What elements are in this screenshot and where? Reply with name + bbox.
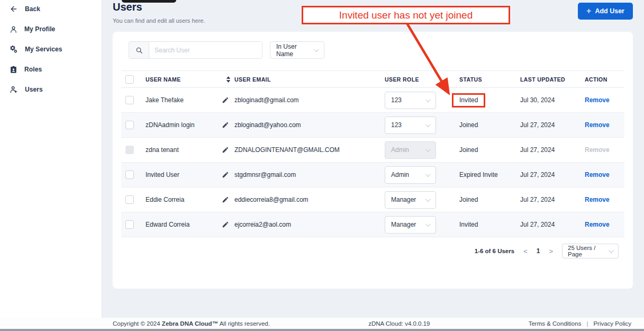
page-number[interactable]: 1 [537, 247, 540, 255]
row-checkbox[interactable] [125, 220, 134, 229]
person-icon [10, 25, 17, 33]
annotation-callout: Invited user has not yet joined [302, 6, 510, 24]
status-text: Joined [459, 196, 478, 203]
remove-button[interactable]: Remove [585, 146, 610, 154]
gears-icon [10, 45, 18, 53]
sidebar-item-label: Users [25, 86, 43, 93]
sidebar-item-roles[interactable]: Roles [0, 63, 102, 76]
user-email: zbloginadt@yahoo.com [234, 121, 385, 129]
privacy-link[interactable]: Privacy Policy [593, 320, 631, 327]
table-row: Edward Correia ejcorreia2@aol.com Manage… [121, 212, 624, 237]
add-user-button[interactable]: + Add User [578, 3, 633, 20]
row-checkbox[interactable] [125, 171, 134, 179]
edit-pencil-icon[interactable] [222, 121, 234, 129]
column-header-last-updated: LAST UPDATED [520, 76, 585, 83]
sidebar-item-users[interactable]: Users [0, 83, 102, 96]
page-title: Users [113, 1, 142, 13]
chevron-down-icon [425, 122, 431, 127]
row-checkbox[interactable] [125, 121, 134, 129]
search-box [129, 41, 262, 59]
column-header-action: ACTION [585, 76, 624, 83]
sidebar-item-my-services[interactable]: My Services [0, 43, 102, 56]
sort-icon[interactable] [222, 76, 234, 83]
next-page-icon[interactable]: > [549, 247, 553, 255]
last-updated: Jul 27, 2024 [520, 221, 585, 228]
edit-pencil-icon[interactable] [222, 171, 234, 178]
badge-icon [10, 66, 17, 74]
role-select[interactable]: Manager [385, 216, 436, 234]
table-row: zdna tenant ZDNALOGINTENANT@GMAIL.COM Ad… [121, 138, 624, 163]
edit-pencil-icon[interactable] [222, 146, 234, 154]
search-input[interactable] [149, 42, 262, 58]
edit-pencil-icon[interactable] [222, 196, 234, 203]
role-select[interactable]: 123 [385, 117, 436, 134]
user-email: ejcorreia2@aol.com [234, 221, 385, 228]
footer-separator: | [586, 320, 588, 327]
role-value: Admin [391, 171, 409, 178]
sidebar-item-back[interactable]: Back [0, 3, 102, 15]
sidebar-item-my-profile[interactable]: My Profile [0, 23, 102, 35]
role-select[interactable]: Admin [385, 166, 436, 184]
user-name: zDNAadmin login [146, 121, 222, 129]
role-select[interactable]: Admin [385, 141, 436, 159]
column-header-user-role: USER ROLE [385, 76, 459, 83]
row-checkbox[interactable] [125, 96, 134, 104]
user-name: Jake Thefake [146, 96, 222, 104]
table-body: Jake Thefake zbloginadt@gmail.com 123 In… [121, 88, 624, 237]
table-row: zDNAadmin login zbloginadt@yahoo.com 123… [121, 113, 624, 138]
last-updated: Jul 27, 2024 [520, 121, 585, 129]
remove-button[interactable]: Remove [585, 221, 610, 228]
back-arrow-icon [10, 5, 18, 13]
sidebar-item-label: My Services [25, 46, 62, 53]
annotation-text: Invited user has not yet joined [339, 10, 473, 21]
terms-link[interactable]: Terms & Conditions [529, 320, 582, 327]
remove-button[interactable]: Remove [585, 121, 610, 129]
version-label: zDNA Cloud: v4.0.0.19 [270, 320, 529, 327]
remove-button[interactable]: Remove [585, 196, 610, 203]
sidebar: Back My Profile My Services Roles [0, 0, 102, 318]
table-row: Jake Thefake zbloginadt@gmail.com 123 In… [121, 88, 624, 113]
select-all-checkbox[interactable] [125, 75, 134, 84]
user-name: Eddie Correia [146, 196, 222, 203]
search-filter-value: In User Name [276, 43, 315, 58]
status-text: Joined [459, 146, 478, 154]
status-text: Invited [459, 221, 478, 228]
search-icon-button[interactable] [129, 42, 149, 58]
row-checkbox[interactable] [125, 195, 134, 204]
remove-button[interactable]: Remove [585, 96, 610, 104]
status-text: Expired Invite [459, 171, 498, 178]
table-header-row: USER NAME USER EMAIL USER ROLE STATUS LA… [121, 70, 624, 88]
user-email: zbloginadt@gmail.com [234, 96, 385, 104]
copyright: Copyright © 2024 Zebra DNA Cloud™ All ri… [113, 320, 270, 327]
window-bottom-edge [0, 329, 644, 331]
role-select[interactable]: 123 [385, 92, 436, 109]
remove-button[interactable]: Remove [585, 171, 610, 178]
row-checkbox[interactable] [125, 146, 134, 154]
last-updated: Jul 27, 2024 [520, 171, 585, 178]
table-row: Eddie Correia eddiecorreia8@gmail.com Ma… [121, 187, 624, 212]
page-size-select[interactable]: 25 Users / Page [562, 244, 619, 258]
last-updated: Jul 27, 2024 [520, 146, 585, 154]
user-email: eddiecorreia8@gmail.com [234, 196, 385, 203]
edit-pencil-icon[interactable] [222, 221, 234, 228]
search-icon [135, 47, 143, 54]
plus-icon: + [586, 7, 591, 15]
column-header-user-name: USER NAME [146, 76, 222, 83]
brand-name: Zebra DNA Cloud™ [162, 320, 218, 327]
edit-pencil-icon[interactable] [222, 96, 234, 104]
role-value: Admin [391, 146, 409, 154]
prev-page-icon[interactable]: < [523, 247, 528, 255]
role-select[interactable]: Manager [385, 191, 436, 209]
sidebar-item-label: Back [25, 5, 40, 13]
table-row: Invited User stgdmnsr@gmail.com Admin Ex… [121, 163, 624, 187]
people-icon [10, 85, 18, 94]
sidebar-item-label: Roles [24, 66, 42, 73]
user-name: zdna tenant [146, 146, 222, 154]
add-user-label: Add User [595, 7, 624, 15]
chevron-down-icon [425, 147, 431, 152]
role-value: Manager [391, 221, 416, 228]
user-name: Invited User [146, 171, 222, 178]
status-text: Invited [452, 93, 485, 108]
search-filter-select[interactable]: In User Name [270, 41, 324, 59]
column-header-status: STATUS [459, 76, 520, 83]
